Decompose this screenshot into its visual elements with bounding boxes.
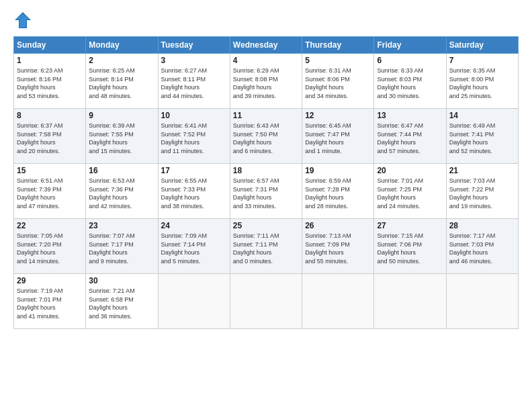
day-detail: Sunrise: 6:51 AMSunset: 7:39 PMDaylight …: [17, 177, 83, 210]
day-number: 11: [233, 111, 299, 120]
day-detail: Sunrise: 6:25 AMSunset: 8:14 PMDaylight …: [89, 66, 154, 100]
day-number: 30: [89, 276, 154, 285]
day-detail: Sunrise: 6:35 AMSunset: 8:00 PMDaylight …: [449, 66, 515, 100]
calendar-cell: 30Sunrise: 7:21 AMSunset: 6:58 PMDayligh…: [86, 274, 158, 329]
day-number: 28: [449, 221, 515, 230]
col-header-thursday: Thursday: [302, 37, 374, 54]
calendar-cell: [230, 274, 302, 329]
col-header-monday: Monday: [86, 37, 158, 54]
day-number: 29: [17, 276, 83, 285]
calendar-cell: 25Sunrise: 7:11 AMSunset: 7:11 PMDayligh…: [230, 219, 302, 274]
calendar-cell: 26Sunrise: 7:13 AMSunset: 7:09 PMDayligh…: [302, 219, 374, 274]
week-row-1: 1Sunrise: 6:23 AMSunset: 8:16 PMDaylight…: [14, 54, 519, 109]
col-header-saturday: Saturday: [446, 37, 518, 54]
calendar-cell: 21Sunrise: 7:03 AMSunset: 7:22 PMDayligh…: [446, 164, 518, 219]
day-number: 19: [305, 166, 371, 175]
day-number: 6: [377, 56, 443, 65]
day-number: 17: [161, 166, 227, 175]
svg-marker-1: [16, 13, 30, 28]
header-row: SundayMondayTuesdayWednesdayThursdayFrid…: [14, 37, 519, 54]
day-number: 7: [449, 56, 515, 65]
calendar-cell: 1Sunrise: 6:23 AMSunset: 8:16 PMDaylight…: [14, 54, 86, 109]
calendar-cell: 4Sunrise: 6:29 AMSunset: 8:08 PMDaylight…: [230, 54, 302, 109]
week-row-5: 29Sunrise: 7:19 AMSunset: 7:01 PMDayligh…: [14, 274, 519, 329]
day-number: 21: [449, 166, 515, 175]
day-number: 20: [377, 166, 443, 175]
day-detail: Sunrise: 6:23 AMSunset: 8:16 PMDaylight …: [17, 66, 83, 100]
calendar-cell: 15Sunrise: 6:51 AMSunset: 7:39 PMDayligh…: [14, 164, 86, 219]
day-detail: Sunrise: 6:47 AMSunset: 7:44 PMDaylight …: [377, 122, 443, 155]
calendar-cell: 2Sunrise: 6:25 AMSunset: 8:14 PMDaylight…: [86, 54, 158, 109]
calendar-cell: 14Sunrise: 6:49 AMSunset: 7:41 PMDayligh…: [446, 109, 518, 164]
calendar-cell: 20Sunrise: 7:01 AMSunset: 7:25 PMDayligh…: [374, 164, 446, 219]
calendar-cell: 7Sunrise: 6:35 AMSunset: 8:00 PMDaylight…: [446, 54, 518, 109]
calendar-cell: 22Sunrise: 7:05 AMSunset: 7:20 PMDayligh…: [14, 219, 86, 274]
logo: [13, 11, 35, 30]
calendar-table: SundayMondayTuesdayWednesdayThursdayFrid…: [13, 36, 519, 329]
calendar-cell: 18Sunrise: 6:57 AMSunset: 7:31 PMDayligh…: [230, 164, 302, 219]
day-detail: Sunrise: 7:03 AMSunset: 7:22 PMDaylight …: [449, 177, 515, 210]
calendar-cell: 11Sunrise: 6:43 AMSunset: 7:50 PMDayligh…: [230, 109, 302, 164]
day-number: 4: [233, 56, 299, 65]
day-detail: Sunrise: 7:09 AMSunset: 7:14 PMDaylight …: [161, 232, 227, 265]
day-number: 23: [89, 221, 154, 230]
day-number: 24: [161, 221, 227, 230]
day-detail: Sunrise: 7:11 AMSunset: 7:11 PMDaylight …: [233, 232, 299, 265]
day-number: 15: [17, 166, 83, 175]
day-number: 9: [89, 111, 154, 120]
calendar-cell: 10Sunrise: 6:41 AMSunset: 7:52 PMDayligh…: [158, 109, 230, 164]
calendar-cell: 13Sunrise: 6:47 AMSunset: 7:44 PMDayligh…: [374, 109, 446, 164]
logo-icon: [13, 11, 32, 30]
calendar-cell: 27Sunrise: 7:15 AMSunset: 7:06 PMDayligh…: [374, 219, 446, 274]
calendar-cell: 3Sunrise: 6:27 AMSunset: 8:11 PMDaylight…: [158, 54, 230, 109]
calendar-cell: 5Sunrise: 6:31 AMSunset: 8:06 PMDaylight…: [302, 54, 374, 109]
day-number: 10: [161, 111, 227, 120]
day-detail: Sunrise: 6:49 AMSunset: 7:41 PMDaylight …: [449, 122, 515, 155]
calendar-cell: 6Sunrise: 6:33 AMSunset: 8:03 PMDaylight…: [374, 54, 446, 109]
day-number: 26: [305, 221, 371, 230]
day-detail: Sunrise: 7:01 AMSunset: 7:25 PMDaylight …: [377, 177, 443, 210]
calendar-cell: [302, 274, 374, 329]
calendar-cell: 12Sunrise: 6:45 AMSunset: 7:47 PMDayligh…: [302, 109, 374, 164]
day-detail: Sunrise: 7:05 AMSunset: 7:20 PMDaylight …: [17, 232, 83, 265]
week-row-2: 8Sunrise: 6:37 AMSunset: 7:58 PMDaylight…: [14, 109, 519, 164]
col-header-sunday: Sunday: [14, 37, 86, 54]
calendar-cell: [374, 274, 446, 329]
day-number: 1: [17, 56, 83, 65]
day-number: 25: [233, 221, 299, 230]
calendar-cell: 8Sunrise: 6:37 AMSunset: 7:58 PMDaylight…: [14, 109, 86, 164]
day-detail: Sunrise: 7:21 AMSunset: 6:58 PMDaylight …: [89, 287, 154, 320]
day-detail: Sunrise: 6:45 AMSunset: 7:47 PMDaylight …: [305, 122, 371, 155]
day-number: 22: [17, 221, 83, 230]
col-header-friday: Friday: [374, 37, 446, 54]
day-number: 5: [305, 56, 371, 65]
calendar-cell: 16Sunrise: 6:53 AMSunset: 7:36 PMDayligh…: [86, 164, 158, 219]
calendar-cell: 17Sunrise: 6:55 AMSunset: 7:33 PMDayligh…: [158, 164, 230, 219]
calendar-cell: 29Sunrise: 7:19 AMSunset: 7:01 PMDayligh…: [14, 274, 86, 329]
day-detail: Sunrise: 6:31 AMSunset: 8:06 PMDaylight …: [305, 66, 371, 100]
col-header-tuesday: Tuesday: [158, 37, 230, 54]
day-detail: Sunrise: 6:29 AMSunset: 8:08 PMDaylight …: [233, 66, 299, 100]
day-number: 27: [377, 221, 443, 230]
day-detail: Sunrise: 6:43 AMSunset: 7:50 PMDaylight …: [233, 122, 299, 155]
calendar-cell: 28Sunrise: 7:17 AMSunset: 7:03 PMDayligh…: [446, 219, 518, 274]
day-number: 16: [89, 166, 154, 175]
day-detail: Sunrise: 6:41 AMSunset: 7:52 PMDaylight …: [161, 122, 227, 155]
day-number: 18: [233, 166, 299, 175]
page: SundayMondayTuesdayWednesdayThursdayFrid…: [0, 0, 532, 411]
calendar-cell: 9Sunrise: 6:39 AMSunset: 7:55 PMDaylight…: [86, 109, 158, 164]
day-detail: Sunrise: 7:13 AMSunset: 7:09 PMDaylight …: [305, 232, 371, 265]
calendar-cell: 23Sunrise: 7:07 AMSunset: 7:17 PMDayligh…: [86, 219, 158, 274]
calendar-cell: [158, 274, 230, 329]
day-detail: Sunrise: 7:15 AMSunset: 7:06 PMDaylight …: [377, 232, 443, 265]
day-detail: Sunrise: 7:07 AMSunset: 7:17 PMDaylight …: [89, 232, 154, 265]
header: [13, 11, 519, 30]
day-detail: Sunrise: 6:37 AMSunset: 7:58 PMDaylight …: [17, 122, 83, 155]
day-number: 14: [449, 111, 515, 120]
day-number: 8: [17, 111, 83, 120]
calendar-cell: 19Sunrise: 6:59 AMSunset: 7:28 PMDayligh…: [302, 164, 374, 219]
day-detail: Sunrise: 7:17 AMSunset: 7:03 PMDaylight …: [449, 232, 515, 265]
day-detail: Sunrise: 6:27 AMSunset: 8:11 PMDaylight …: [161, 66, 227, 100]
day-number: 13: [377, 111, 443, 120]
day-detail: Sunrise: 6:55 AMSunset: 7:33 PMDaylight …: [161, 177, 227, 210]
